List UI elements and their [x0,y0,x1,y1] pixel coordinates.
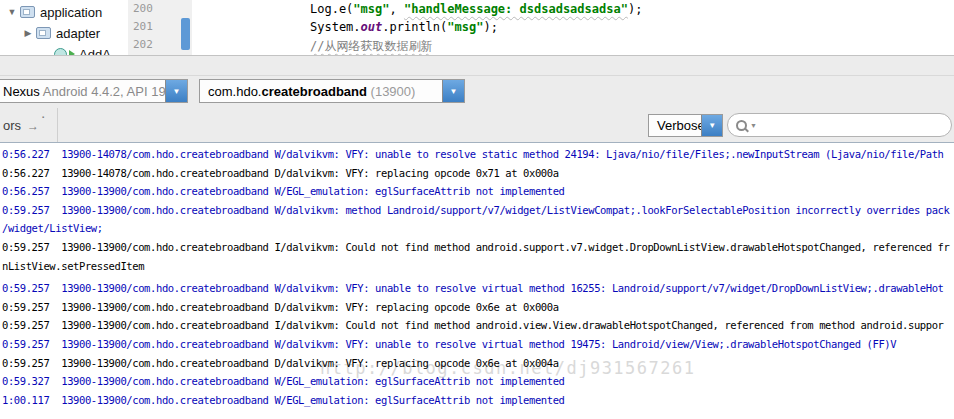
collapse-arrow-icon[interactable]: ▼ [6,7,18,17]
log-line: 0:56.257 13900-13900/com.hdo.createbroad… [2,182,954,201]
log-line: /widget/ListView; [2,219,954,238]
code-token: out [361,20,383,34]
code-token: ); [483,20,497,34]
editor-gutter: 200201202 [128,0,193,55]
code-token: .println( [382,20,447,34]
package-folder-icon [36,27,51,39]
tab-arrow-icon: → [27,119,39,133]
log-line: 1:00.117 13900-13900/com.hdo.createbroad… [2,391,954,410]
device-name: Nexus [3,84,43,99]
tree-item-label: adapter [56,26,100,41]
process-selector[interactable]: com.hdo.createbroadband (13900) ▼ [199,79,465,103]
tree-item-label: AddA [79,47,111,57]
log-line: nListView.setPressedItem [2,257,954,276]
logcat-search[interactable]: ▼ [727,113,952,137]
toolbar-divider [0,75,954,76]
line-number: 200 [133,2,153,20]
logcat-output[interactable]: http://blog.csdn.net/dj931567261 0:56.22… [0,143,954,419]
log-level-value: Verbose [649,118,701,133]
process-name: createbroadband [261,84,366,99]
chevron-down-icon[interactable]: ▼ [701,115,722,136]
code-token: Log.e( [310,2,353,16]
code-token: "handleMessage: dsdsadsadsadsa" [404,2,628,16]
process-pid: (13900) [367,84,415,99]
code-token: "msg" [447,20,483,34]
code-editor[interactable]: Log.e("msg", "handleMessage: dsdsadsadsa… [192,0,954,55]
expand-arrow-icon[interactable]: ▶ [22,28,34,38]
log-level-selector[interactable]: Verbose ▼ [648,114,723,137]
log-line: 0:59.257 13900-13900/com.hdo.createbroad… [2,279,954,298]
log-line: 0:59.257 13900-13900/com.hdo.createbroad… [2,201,954,220]
tree-item-adapter[interactable]: ▶adapter [22,23,100,43]
code-line: Log.e("msg", "handleMessage: dsdsadsadsa… [310,2,642,16]
log-line: 0:59.257 13900-13900/com.hdo.createbroad… [2,298,954,317]
log-line: 0:59.257 13900-13900/com.hdo.createbroad… [2,316,954,335]
line-number: 201 [133,20,153,38]
tree-item-label: application [40,5,102,20]
class-icon [54,48,67,57]
log-line: 0:56.227 13900-14078/com.hdo.createbroad… [2,145,954,164]
code-token: "msg" [353,2,389,16]
editor-strip: ▼application▶adapterAddA 200201202 Log.e… [0,0,954,56]
logcat-toolbar: Nexus Android 4.4.2, API 19 ▼ com.hdo.cr… [0,56,954,143]
chevron-down-icon[interactable]: ▼ [165,80,187,102]
log-line: 0:59.257 13900-13900/com.hdo.createbroad… [2,335,954,354]
tab-divider [57,108,58,142]
search-options-caret-icon[interactable]: ▼ [750,122,757,129]
code-token: System. [310,20,361,34]
line-number: 202 [133,38,153,56]
package-folder-icon [20,6,35,18]
log-line: 0:56.227 13900-14078/com.hdo.createbroad… [2,164,954,183]
log-line: 0:59.327 13900-13900/com.hdo.createbroad… [2,372,954,391]
log-line: 0:59.257 13900-13900/com.hdo.createbroad… [2,354,954,373]
chevron-down-icon[interactable]: ▼ [442,80,464,102]
code-token: , [389,2,403,16]
tree-item-application[interactable]: ▼application [6,2,102,22]
process-prefix: com.hdo. [208,84,261,99]
code-line: //从网络获取数据刷新 [310,38,432,55]
tool-window-tab-stub[interactable]: ors → [0,109,39,142]
device-detail: Android 4.4.2, API 19 [43,84,165,99]
search-icon [736,120,747,131]
search-input[interactable] [762,115,951,135]
tree-item-adda[interactable]: AddA [40,44,111,56]
log-line: 0:59.257 13900-13900/com.hdo.createbroad… [2,238,954,257]
code-token: //从网络获取数据刷新 [310,39,432,53]
code-line: System.out.println("msg"); [310,20,498,34]
code-token: ); [628,2,642,16]
tab-stub-label: ors [3,118,21,133]
project-tree[interactable]: ▼application▶adapterAddA [0,0,128,55]
tree-scrollbar-thumb[interactable] [181,18,190,50]
device-selector[interactable]: Nexus Android 4.4.2, API 19 ▼ [0,79,188,103]
